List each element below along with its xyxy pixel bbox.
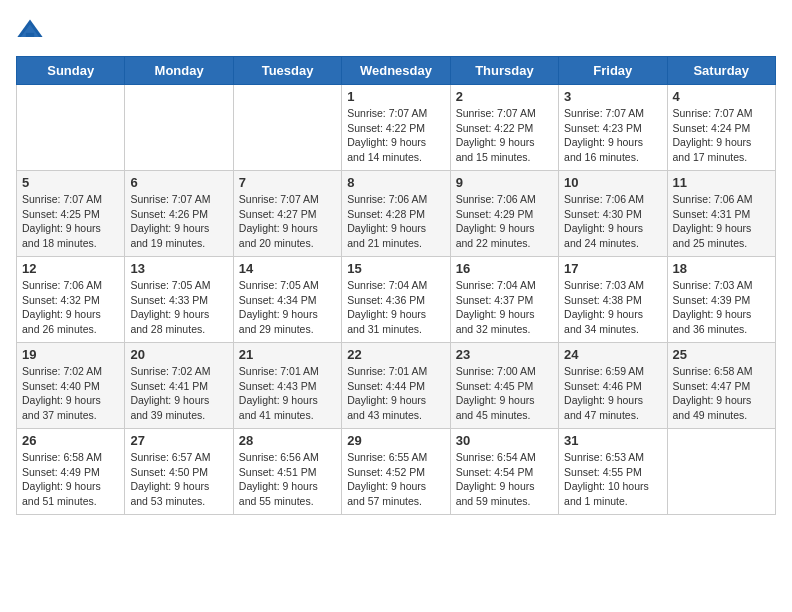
calendar-cell: 10Sunrise: 7:06 AM Sunset: 4:30 PM Dayli…: [559, 171, 667, 257]
day-info: Sunrise: 7:00 AM Sunset: 4:45 PM Dayligh…: [456, 364, 553, 423]
day-info: Sunrise: 7:07 AM Sunset: 4:26 PM Dayligh…: [130, 192, 227, 251]
day-number: 31: [564, 433, 661, 448]
calendar-cell: 31Sunrise: 6:53 AM Sunset: 4:55 PM Dayli…: [559, 429, 667, 515]
day-number: 16: [456, 261, 553, 276]
day-info: Sunrise: 7:01 AM Sunset: 4:44 PM Dayligh…: [347, 364, 444, 423]
calendar-cell: 29Sunrise: 6:55 AM Sunset: 4:52 PM Dayli…: [342, 429, 450, 515]
calendar-cell: 9Sunrise: 7:06 AM Sunset: 4:29 PM Daylig…: [450, 171, 558, 257]
calendar-cell: 5Sunrise: 7:07 AM Sunset: 4:25 PM Daylig…: [17, 171, 125, 257]
day-info: Sunrise: 7:06 AM Sunset: 4:32 PM Dayligh…: [22, 278, 119, 337]
day-number: 22: [347, 347, 444, 362]
calendar-cell: 19Sunrise: 7:02 AM Sunset: 4:40 PM Dayli…: [17, 343, 125, 429]
day-info: Sunrise: 7:04 AM Sunset: 4:37 PM Dayligh…: [456, 278, 553, 337]
day-info: Sunrise: 7:03 AM Sunset: 4:38 PM Dayligh…: [564, 278, 661, 337]
day-info: Sunrise: 6:57 AM Sunset: 4:50 PM Dayligh…: [130, 450, 227, 509]
calendar-cell: [667, 429, 775, 515]
day-of-week-header: Wednesday: [342, 57, 450, 85]
day-number: 14: [239, 261, 336, 276]
calendar-cell: 13Sunrise: 7:05 AM Sunset: 4:33 PM Dayli…: [125, 257, 233, 343]
calendar-cell: 20Sunrise: 7:02 AM Sunset: 4:41 PM Dayli…: [125, 343, 233, 429]
calendar-cell: 2Sunrise: 7:07 AM Sunset: 4:22 PM Daylig…: [450, 85, 558, 171]
day-number: 19: [22, 347, 119, 362]
day-number: 25: [673, 347, 770, 362]
calendar-cell: 12Sunrise: 7:06 AM Sunset: 4:32 PM Dayli…: [17, 257, 125, 343]
day-of-week-header: Thursday: [450, 57, 558, 85]
day-of-week-header: Friday: [559, 57, 667, 85]
day-number: 9: [456, 175, 553, 190]
day-info: Sunrise: 6:58 AM Sunset: 4:49 PM Dayligh…: [22, 450, 119, 509]
day-number: 29: [347, 433, 444, 448]
day-number: 4: [673, 89, 770, 104]
day-number: 1: [347, 89, 444, 104]
day-number: 23: [456, 347, 553, 362]
header-row: SundayMondayTuesdayWednesdayThursdayFrid…: [17, 57, 776, 85]
calendar-cell: 11Sunrise: 7:06 AM Sunset: 4:31 PM Dayli…: [667, 171, 775, 257]
calendar-cell: 3Sunrise: 7:07 AM Sunset: 4:23 PM Daylig…: [559, 85, 667, 171]
day-number: 10: [564, 175, 661, 190]
day-info: Sunrise: 7:06 AM Sunset: 4:31 PM Dayligh…: [673, 192, 770, 251]
logo: [16, 16, 48, 44]
calendar-cell: 1Sunrise: 7:07 AM Sunset: 4:22 PM Daylig…: [342, 85, 450, 171]
day-number: 28: [239, 433, 336, 448]
calendar-cell: 17Sunrise: 7:03 AM Sunset: 4:38 PM Dayli…: [559, 257, 667, 343]
calendar-week-row: 26Sunrise: 6:58 AM Sunset: 4:49 PM Dayli…: [17, 429, 776, 515]
calendar-week-row: 12Sunrise: 7:06 AM Sunset: 4:32 PM Dayli…: [17, 257, 776, 343]
day-number: 27: [130, 433, 227, 448]
day-info: Sunrise: 7:07 AM Sunset: 4:24 PM Dayligh…: [673, 106, 770, 165]
calendar-cell: 21Sunrise: 7:01 AM Sunset: 4:43 PM Dayli…: [233, 343, 341, 429]
day-info: Sunrise: 6:53 AM Sunset: 4:55 PM Dayligh…: [564, 450, 661, 509]
day-info: Sunrise: 7:02 AM Sunset: 4:40 PM Dayligh…: [22, 364, 119, 423]
day-number: 20: [130, 347, 227, 362]
day-info: Sunrise: 7:07 AM Sunset: 4:23 PM Dayligh…: [564, 106, 661, 165]
day-number: 18: [673, 261, 770, 276]
day-info: Sunrise: 7:05 AM Sunset: 4:33 PM Dayligh…: [130, 278, 227, 337]
calendar-cell: 7Sunrise: 7:07 AM Sunset: 4:27 PM Daylig…: [233, 171, 341, 257]
calendar-cell: 28Sunrise: 6:56 AM Sunset: 4:51 PM Dayli…: [233, 429, 341, 515]
day-info: Sunrise: 7:02 AM Sunset: 4:41 PM Dayligh…: [130, 364, 227, 423]
day-number: 26: [22, 433, 119, 448]
day-info: Sunrise: 7:01 AM Sunset: 4:43 PM Dayligh…: [239, 364, 336, 423]
day-number: 2: [456, 89, 553, 104]
day-info: Sunrise: 7:03 AM Sunset: 4:39 PM Dayligh…: [673, 278, 770, 337]
day-info: Sunrise: 6:59 AM Sunset: 4:46 PM Dayligh…: [564, 364, 661, 423]
calendar-cell: 18Sunrise: 7:03 AM Sunset: 4:39 PM Dayli…: [667, 257, 775, 343]
day-number: 5: [22, 175, 119, 190]
day-info: Sunrise: 7:07 AM Sunset: 4:25 PM Dayligh…: [22, 192, 119, 251]
calendar-week-row: 19Sunrise: 7:02 AM Sunset: 4:40 PM Dayli…: [17, 343, 776, 429]
day-of-week-header: Monday: [125, 57, 233, 85]
calendar-cell: 24Sunrise: 6:59 AM Sunset: 4:46 PM Dayli…: [559, 343, 667, 429]
day-info: Sunrise: 7:07 AM Sunset: 4:27 PM Dayligh…: [239, 192, 336, 251]
day-of-week-header: Tuesday: [233, 57, 341, 85]
day-number: 8: [347, 175, 444, 190]
svg-rect-2: [26, 33, 34, 37]
day-number: 3: [564, 89, 661, 104]
day-info: Sunrise: 6:58 AM Sunset: 4:47 PM Dayligh…: [673, 364, 770, 423]
day-info: Sunrise: 7:06 AM Sunset: 4:29 PM Dayligh…: [456, 192, 553, 251]
day-of-week-header: Sunday: [17, 57, 125, 85]
page-header: [16, 16, 776, 44]
day-info: Sunrise: 6:56 AM Sunset: 4:51 PM Dayligh…: [239, 450, 336, 509]
calendar-cell: 6Sunrise: 7:07 AM Sunset: 4:26 PM Daylig…: [125, 171, 233, 257]
day-of-week-header: Saturday: [667, 57, 775, 85]
calendar-cell: 25Sunrise: 6:58 AM Sunset: 4:47 PM Dayli…: [667, 343, 775, 429]
logo-icon: [16, 16, 44, 44]
calendar-cell: 26Sunrise: 6:58 AM Sunset: 4:49 PM Dayli…: [17, 429, 125, 515]
day-info: Sunrise: 7:06 AM Sunset: 4:30 PM Dayligh…: [564, 192, 661, 251]
day-info: Sunrise: 7:04 AM Sunset: 4:36 PM Dayligh…: [347, 278, 444, 337]
day-number: 13: [130, 261, 227, 276]
calendar-cell: 8Sunrise: 7:06 AM Sunset: 4:28 PM Daylig…: [342, 171, 450, 257]
calendar-cell: 15Sunrise: 7:04 AM Sunset: 4:36 PM Dayli…: [342, 257, 450, 343]
day-info: Sunrise: 7:07 AM Sunset: 4:22 PM Dayligh…: [456, 106, 553, 165]
calendar-cell: [125, 85, 233, 171]
day-number: 30: [456, 433, 553, 448]
day-number: 11: [673, 175, 770, 190]
calendar-week-row: 1Sunrise: 7:07 AM Sunset: 4:22 PM Daylig…: [17, 85, 776, 171]
calendar-cell: 27Sunrise: 6:57 AM Sunset: 4:50 PM Dayli…: [125, 429, 233, 515]
day-info: Sunrise: 6:55 AM Sunset: 4:52 PM Dayligh…: [347, 450, 444, 509]
day-number: 7: [239, 175, 336, 190]
day-number: 24: [564, 347, 661, 362]
calendar-cell: [233, 85, 341, 171]
calendar-cell: [17, 85, 125, 171]
calendar-cell: 14Sunrise: 7:05 AM Sunset: 4:34 PM Dayli…: [233, 257, 341, 343]
calendar-cell: 23Sunrise: 7:00 AM Sunset: 4:45 PM Dayli…: [450, 343, 558, 429]
